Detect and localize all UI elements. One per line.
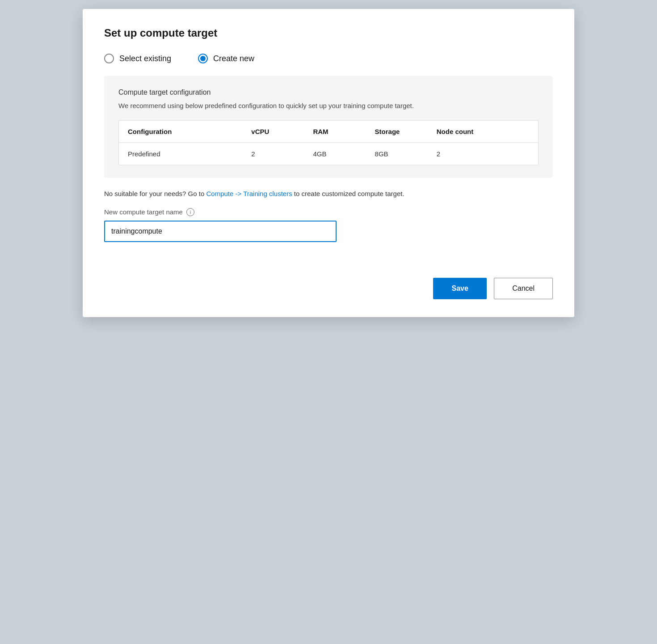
- col-header-vcpu: vCPU: [251, 128, 313, 135]
- note-prefix: No suitable for your needs? Go to: [104, 190, 206, 197]
- radio-select-existing-label: Select existing: [119, 54, 171, 63]
- dialog-footer: Save Cancel: [104, 278, 553, 299]
- radio-create-new-label: Create new: [213, 54, 254, 63]
- cell-node-count: 2: [437, 150, 529, 158]
- field-label-row: New compute target name i: [104, 208, 553, 216]
- cancel-button[interactable]: Cancel: [494, 278, 553, 299]
- note-suffix: to create customized compute target.: [292, 190, 404, 197]
- dialog-title: Set up compute target: [104, 27, 553, 39]
- radio-group: Select existing Create new: [104, 54, 553, 63]
- cell-storage: 8GB: [375, 150, 437, 158]
- table-row: Predefined 2 4GB 8GB 2: [119, 143, 538, 165]
- note-text: No suitable for your needs? Go to Comput…: [104, 188, 553, 199]
- cell-ram: 4GB: [313, 150, 375, 158]
- cell-vcpu: 2: [251, 150, 313, 158]
- save-button[interactable]: Save: [433, 278, 487, 299]
- note-link[interactable]: Compute -> Training clusters: [206, 190, 292, 197]
- dialog: Set up compute target Select existing Cr…: [83, 9, 574, 317]
- radio-create-new[interactable]: Create new: [198, 54, 254, 63]
- cell-configuration: Predefined: [128, 150, 251, 158]
- info-icon[interactable]: i: [186, 208, 194, 216]
- config-section-title: Compute target configuration: [118, 88, 539, 96]
- radio-select-existing-indicator[interactable]: [104, 54, 114, 63]
- col-header-node-count: Node count: [437, 128, 529, 135]
- config-section: Compute target configuration We recommen…: [104, 76, 553, 178]
- col-header-storage: Storage: [375, 128, 437, 135]
- col-header-ram: RAM: [313, 128, 375, 135]
- config-table: Configuration vCPU RAM Storage Node coun…: [118, 120, 539, 165]
- compute-target-name-input[interactable]: [104, 221, 337, 242]
- table-header-row: Configuration vCPU RAM Storage Node coun…: [119, 121, 538, 143]
- col-header-configuration: Configuration: [128, 128, 251, 135]
- field-label-text: New compute target name: [104, 208, 183, 216]
- radio-create-new-indicator[interactable]: [198, 54, 208, 63]
- radio-select-existing[interactable]: Select existing: [104, 54, 171, 63]
- config-section-description: We recommend using below predefined conf…: [118, 101, 539, 111]
